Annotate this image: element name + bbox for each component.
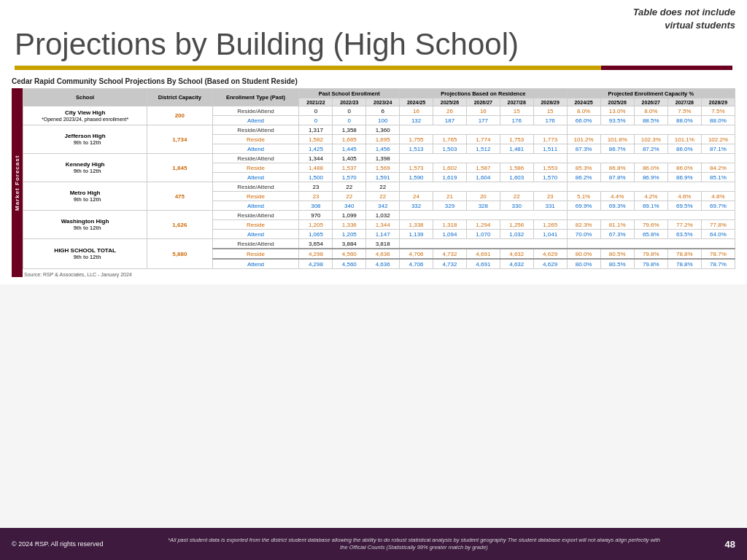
total-a-22: 4,560 xyxy=(333,259,366,269)
jefferson-r-pct27: 102.3% xyxy=(634,135,667,144)
total-a-pct28: 78.8% xyxy=(667,259,701,269)
proj-2425: 2024/25 xyxy=(400,98,433,106)
jefferson-type-ra: Reside/Attend xyxy=(212,125,299,135)
table-wrapper: School District Capacity Enrollment Type… xyxy=(23,88,735,277)
total-type-r: Reside xyxy=(212,249,299,259)
washington-a-22: 1,205 xyxy=(333,230,366,239)
year-2122: 2021/22 xyxy=(299,98,333,106)
metro-a-p29: 331 xyxy=(533,201,567,211)
kennedy-ra-23: 1,398 xyxy=(366,154,400,163)
pct-2728: 2027/28 xyxy=(667,98,701,106)
total-r-p28: 4,632 xyxy=(500,249,533,259)
kennedy-a-pct28: 86.9% xyxy=(667,173,701,182)
footer-disclaimer: *All past student data is exported from … xyxy=(166,537,662,552)
table-row: Washington High9th to 12th 1,626 Reside/… xyxy=(23,211,735,220)
washington-a-p27: 1,070 xyxy=(466,230,500,239)
jefferson-r-pct29: 102.2% xyxy=(701,135,735,144)
jefferson-r-pct28: 101.1% xyxy=(667,135,701,144)
jefferson-ra-pct xyxy=(567,125,735,135)
metro-r-p29: 23 xyxy=(533,192,567,201)
city-view-a-p27: 177 xyxy=(466,116,500,125)
total-a-23: 4,636 xyxy=(366,259,400,269)
kennedy-type-ra: Reside/Attend xyxy=(212,154,299,163)
total-a-pct25: 80.0% xyxy=(567,259,600,269)
metro-type-r: Reside xyxy=(212,192,299,201)
total-ra-21: 3,654 xyxy=(299,239,333,249)
city-view-a-p25: 132 xyxy=(400,116,433,125)
kennedy-a-pct26: 87.8% xyxy=(600,173,634,182)
red-bar xyxy=(601,66,732,70)
total-ra-23: 3,818 xyxy=(366,239,400,249)
header-bar xyxy=(15,66,732,70)
proj-capacity-header: Projected Enrollment Capacity % xyxy=(567,89,735,98)
metro-r-pct29: 4.8% xyxy=(701,192,735,201)
table-section: Market Forecast School District Capacity… xyxy=(12,88,735,277)
city-view-ra-pct28: 7.5% xyxy=(667,106,701,116)
city-view-a-p29: 176 xyxy=(533,116,567,125)
total-r-pct27: 79.8% xyxy=(634,249,667,259)
washington-capacity: 1,626 xyxy=(147,211,212,239)
kennedy-ra-pct xyxy=(567,154,735,163)
washington-r-pct29: 77.8% xyxy=(701,220,735,230)
kennedy-r-p28: 1,586 xyxy=(500,163,533,173)
city-view-ra-22: 0 xyxy=(333,106,366,116)
jefferson-a-pct28: 86.0% xyxy=(667,144,701,154)
jefferson-a-22: 1,445 xyxy=(333,144,366,154)
jefferson-a-23: 1,456 xyxy=(366,144,400,154)
total-r-pct28: 78.8% xyxy=(667,249,701,259)
metro-r-p26: 21 xyxy=(433,192,467,201)
kennedy-a-p26: 1,619 xyxy=(433,173,467,182)
total-a-p27: 4,691 xyxy=(466,259,500,269)
metro-a-p27: 328 xyxy=(466,201,500,211)
kennedy-r-p29: 1,553 xyxy=(533,163,567,173)
jefferson-r-22: 1,665 xyxy=(333,135,366,144)
jefferson-r-pct25: 101.2% xyxy=(567,135,600,144)
washington-a-p25: 1,139 xyxy=(400,230,433,239)
jefferson-a-p29: 1,511 xyxy=(533,144,567,154)
metro-r-21: 23 xyxy=(299,192,333,201)
city-view-a-22: 0 xyxy=(333,116,366,125)
total-ra-proj xyxy=(400,239,567,249)
total-row: HIGH SCHOOL TOTAL9th to 12th 5,880 Resid… xyxy=(23,239,735,249)
washington-ra-21: 970 xyxy=(299,211,333,220)
kennedy-a-pct27: 86.9% xyxy=(634,173,667,182)
metro-type-a: Attend xyxy=(212,201,299,211)
jefferson-a-21: 1,425 xyxy=(299,144,333,154)
total-r-pct25: 80.0% xyxy=(567,249,600,259)
city-view-name: City View High*Opened 2023/24, phased en… xyxy=(23,106,147,125)
market-forecast-sidebar: Market Forecast xyxy=(12,88,23,277)
jefferson-ra-23: 1,360 xyxy=(366,125,400,135)
source-text: Source: RSP & Associates, LLC - January … xyxy=(24,272,735,277)
total-a-pct29: 78.7% xyxy=(701,259,735,269)
kennedy-a-pct25: 86.2% xyxy=(567,173,600,182)
washington-a-pct25: 70.0% xyxy=(567,230,600,239)
city-view-a-p26: 187 xyxy=(433,116,467,125)
total-a-p28: 4,632 xyxy=(500,259,533,269)
city-view-ra-p27: 16 xyxy=(466,106,500,116)
washington-ra-23: 1,032 xyxy=(366,211,400,220)
jefferson-r-23: 1,695 xyxy=(366,135,400,144)
city-view-type-ra: Reside/Attend xyxy=(212,106,299,116)
total-r-22: 4,560 xyxy=(333,249,366,259)
total-r-pct26: 80.5% xyxy=(600,249,634,259)
washington-r-p27: 1,294 xyxy=(466,220,500,230)
metro-a-pct26: 69.3% xyxy=(600,201,634,211)
city-view-ra-p29: 15 xyxy=(533,106,567,116)
jefferson-ra-22: 1,358 xyxy=(333,125,366,135)
metro-a-22: 340 xyxy=(333,201,366,211)
projections-table: School District Capacity Enrollment Type… xyxy=(23,88,735,269)
washington-name: Washington High9th to 12th xyxy=(23,211,147,239)
total-type-ra: Reside/Attend xyxy=(212,239,299,249)
washington-a-pct28: 63.5% xyxy=(667,230,701,239)
jefferson-r-p29: 1,773 xyxy=(533,135,567,144)
washington-a-p28: 1,032 xyxy=(500,230,533,239)
metro-ra-21: 23 xyxy=(299,182,333,192)
col-school-header: School xyxy=(23,89,147,106)
city-view-a-21: 0 xyxy=(299,116,333,125)
jefferson-a-pct25: 87.3% xyxy=(567,144,600,154)
washington-r-p28: 1,256 xyxy=(500,220,533,230)
washington-r-p29: 1,265 xyxy=(533,220,567,230)
kennedy-ra-21: 1,344 xyxy=(299,154,333,163)
city-view-a-pct29: 88.0% xyxy=(701,116,735,125)
total-r-p25: 4,706 xyxy=(400,249,433,259)
